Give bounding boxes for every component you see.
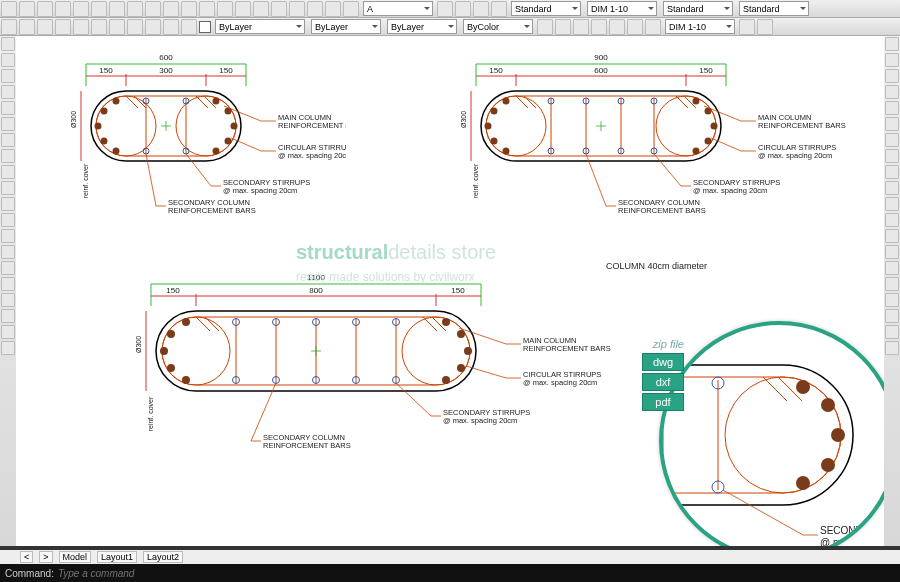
toolbar-button[interactable] xyxy=(573,19,589,35)
layer-combo[interactable]: ByLayer xyxy=(215,19,305,34)
toolbar-button[interactable] xyxy=(19,1,35,17)
toolbar-button[interactable] xyxy=(1,85,15,99)
toolbar-button[interactable] xyxy=(55,19,71,35)
toolbar-button[interactable] xyxy=(609,19,625,35)
toolbar-button[interactable] xyxy=(885,117,899,131)
toolbar-button[interactable] xyxy=(473,1,489,17)
textstyle-combo[interactable]: Standard xyxy=(511,1,581,16)
toolbar-button[interactable] xyxy=(1,1,17,17)
toolbar-button[interactable] xyxy=(1,181,15,195)
toolbar-button[interactable] xyxy=(885,197,899,211)
toolbar-button[interactable] xyxy=(325,1,341,17)
drawing-canvas[interactable]: 600 150 300 150 Ø300 reinf. cover xyxy=(16,36,884,546)
tab-model[interactable]: Model xyxy=(59,551,92,563)
tabs-nav-prev[interactable]: < xyxy=(20,551,33,563)
command-input[interactable] xyxy=(58,568,258,579)
toolbar-button[interactable] xyxy=(1,101,15,115)
toolbar-button[interactable] xyxy=(885,69,899,83)
toolbar-button[interactable] xyxy=(885,309,899,323)
toolbar-button[interactable] xyxy=(1,293,15,307)
toolbar-button[interactable] xyxy=(1,149,15,163)
toolbar-button[interactable] xyxy=(885,213,899,227)
toolbar-button[interactable] xyxy=(885,229,899,243)
toolbar-button[interactable] xyxy=(757,19,773,35)
toolbar-button[interactable] xyxy=(555,19,571,35)
toolbar-button[interactable] xyxy=(739,19,755,35)
toolbar-button[interactable] xyxy=(55,1,71,17)
toolbar-button[interactable] xyxy=(37,19,53,35)
tab-layout1[interactable]: Layout1 xyxy=(97,551,137,563)
toolbar-button[interactable] xyxy=(1,117,15,131)
toolbar-button[interactable] xyxy=(163,19,179,35)
mlstyle-combo[interactable]: Standard xyxy=(739,1,809,16)
toolbar-button[interactable] xyxy=(181,19,197,35)
toolbar-button[interactable] xyxy=(537,19,553,35)
toolbar-button[interactable] xyxy=(1,37,15,51)
toolbar-button[interactable] xyxy=(885,261,899,275)
toolbar-button[interactable] xyxy=(1,229,15,243)
toolbar-button[interactable] xyxy=(437,1,453,17)
toolbar-button[interactable] xyxy=(1,213,15,227)
toolbar-button[interactable] xyxy=(127,19,143,35)
toolbar-button[interactable] xyxy=(37,1,53,17)
tab-layout2[interactable]: Layout2 xyxy=(143,551,183,563)
toolbar-button[interactable] xyxy=(1,309,15,323)
toolbar-button[interactable] xyxy=(1,133,15,147)
dim-combo-2[interactable]: DIM 1-10 xyxy=(665,19,735,34)
toolbar-button[interactable] xyxy=(1,165,15,179)
toolbar-button[interactable] xyxy=(91,1,107,17)
toolbar-button[interactable] xyxy=(645,19,661,35)
toolbar-button[interactable] xyxy=(627,19,643,35)
toolbar-button[interactable] xyxy=(289,1,305,17)
toolbar-button[interactable] xyxy=(19,19,35,35)
toolbar-button[interactable] xyxy=(1,277,15,291)
dimstyle-combo[interactable]: DIM 1-10 xyxy=(587,1,657,16)
lweight-combo[interactable]: ByColor xyxy=(463,19,533,34)
toolbar-button[interactable] xyxy=(253,1,269,17)
toolbar-button[interactable] xyxy=(1,325,15,339)
toolbar-button[interactable] xyxy=(145,1,161,17)
toolbar-button[interactable] xyxy=(885,37,899,51)
toolbar-button[interactable] xyxy=(91,19,107,35)
toolbar-button[interactable] xyxy=(491,1,507,17)
toolbar-button[interactable] xyxy=(885,165,899,179)
toolbar-button[interactable] xyxy=(217,1,233,17)
toolbar-button[interactable] xyxy=(885,341,899,355)
color-swatch[interactable] xyxy=(199,21,211,33)
toolbar-button[interactable] xyxy=(181,1,197,17)
toolbar-button[interactable] xyxy=(885,133,899,147)
toolbar-button[interactable] xyxy=(127,1,143,17)
toolbar-button[interactable] xyxy=(73,1,89,17)
toolbar-button[interactable] xyxy=(109,1,125,17)
toolbar-button[interactable] xyxy=(163,1,179,17)
toolbar-button[interactable] xyxy=(1,341,15,355)
toolbar-button[interactable] xyxy=(885,53,899,67)
toolbar-button[interactable] xyxy=(1,19,17,35)
toolbar-button[interactable] xyxy=(1,53,15,67)
toolbar-button[interactable] xyxy=(885,293,899,307)
color-combo[interactable]: ByLayer xyxy=(311,19,381,34)
toolbar-button[interactable] xyxy=(455,1,471,17)
toolbar-button[interactable] xyxy=(199,1,215,17)
toolbar-button[interactable] xyxy=(885,85,899,99)
toolbar-button[interactable] xyxy=(307,1,323,17)
toolbar-button[interactable] xyxy=(343,1,359,17)
ltype-combo[interactable]: ByLayer xyxy=(387,19,457,34)
toolbar-button[interactable] xyxy=(1,69,15,83)
tablestyle-combo[interactable]: Standard xyxy=(663,1,733,16)
toolbar-button[interactable] xyxy=(885,277,899,291)
toolbar-button[interactable] xyxy=(235,1,251,17)
toolbar-button[interactable] xyxy=(885,101,899,115)
toolbar-button[interactable] xyxy=(145,19,161,35)
toolbar-button[interactable] xyxy=(271,1,287,17)
toolbar-button[interactable] xyxy=(1,197,15,211)
toolbar-button[interactable] xyxy=(1,245,15,259)
toolbar-button[interactable] xyxy=(73,19,89,35)
toolbar-button[interactable] xyxy=(885,181,899,195)
toolbar-button[interactable] xyxy=(1,261,15,275)
toolbar-button[interactable] xyxy=(591,19,607,35)
toolbar-button[interactable] xyxy=(885,245,899,259)
toolbar-button[interactable] xyxy=(109,19,125,35)
tabs-nav-next[interactable]: > xyxy=(39,551,52,563)
toolbar-button[interactable] xyxy=(885,149,899,163)
